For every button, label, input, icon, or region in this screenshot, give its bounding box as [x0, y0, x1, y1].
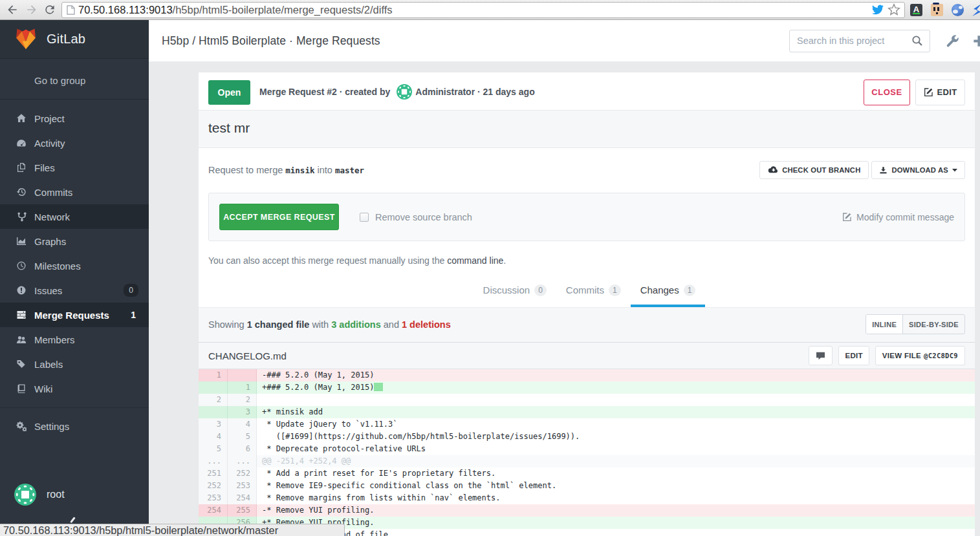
- diff-file-name[interactable]: CHANGELOG.md: [208, 350, 287, 361]
- file-edit-button[interactable]: EDIT: [838, 346, 869, 365]
- sidebar-item-graphs[interactable]: Graphs: [0, 229, 149, 253]
- mr-author[interactable]: Administrator: [415, 87, 475, 97]
- new-line-number[interactable]: 6: [228, 443, 257, 455]
- home-icon: [16, 113, 27, 123]
- sidebar-item-milestones[interactable]: Milestones: [0, 253, 149, 278]
- go-to-group-link[interactable]: Go to group: [0, 69, 149, 93]
- search-input[interactable]: [789, 30, 930, 52]
- old-line-number[interactable]: 251: [199, 467, 228, 480]
- old-line-number[interactable]: 252: [199, 480, 228, 492]
- tab-changes[interactable]: Changes 1: [631, 276, 706, 307]
- sidebar-item-commits[interactable]: Commits: [0, 180, 149, 204]
- sidebar-user[interactable]: root: [14, 484, 65, 506]
- sidebar-item-label: Members: [34, 334, 75, 345]
- address-bar[interactable]: 70.50.168.113:9013/h5bp/html5-boilerplat…: [61, 2, 905, 18]
- new-line-number[interactable]: 1: [228, 381, 257, 394]
- new-line-number[interactable]: [228, 369, 257, 381]
- download-as-button[interactable]: DOWNLOAD AS: [871, 161, 965, 179]
- old-line-number[interactable]: 5: [199, 443, 228, 455]
- old-line-number[interactable]: 4: [199, 431, 228, 443]
- code-fork-icon: [16, 211, 27, 222]
- dashboard-icon: [16, 138, 27, 148]
- sidebar-item-label: Settings: [34, 421, 69, 432]
- user-name: root: [47, 489, 65, 500]
- new-line-number[interactable]: 5: [228, 431, 257, 443]
- diff-line: 1+### 5.2.0 (May 1, 2015): [199, 381, 975, 394]
- sidebar-item-settings[interactable]: Settings: [0, 414, 149, 438]
- manual-accept-note: You can also accept this merge request m…: [199, 241, 975, 267]
- new-line-number[interactable]: 252: [228, 467, 257, 480]
- sidebar-item-project[interactable]: Project: [0, 106, 149, 131]
- sidebar-item-activity[interactable]: Activity: [0, 131, 149, 155]
- sidebar-item-label: Graphs: [34, 236, 66, 247]
- command-line-link[interactable]: command line: [447, 255, 503, 266]
- old-line-number[interactable]: 1: [199, 369, 228, 381]
- new-line-number[interactable]: 4: [228, 418, 257, 431]
- check-out-branch-button[interactable]: CHECK OUT BRANCH: [759, 161, 869, 179]
- diff-hunk-line: ......@@ -251,4 +252,4 @@: [199, 455, 975, 467]
- modify-commit-message-link[interactable]: Modify commit message: [842, 212, 954, 222]
- close-button[interactable]: CLOSE: [864, 80, 910, 105]
- old-line-number[interactable]: 3: [199, 418, 228, 431]
- gitlab-logo-text: GitLab: [47, 32, 85, 47]
- diff-line-text: +* Remove YUI profiling.: [257, 517, 975, 529]
- browser-back-icon[interactable]: [6, 3, 19, 16]
- inline-view-button[interactable]: INLINE: [866, 315, 902, 334]
- source-branch: minsik: [285, 166, 314, 175]
- accept-merge-request-button[interactable]: ACCEPT MERGE REQUEST: [219, 204, 339, 230]
- diff-line-text: -* Remove YUI profiling.: [257, 504, 975, 517]
- new-plus-icon[interactable]: [972, 34, 980, 48]
- gitlab-home-link[interactable]: GitLab: [0, 20, 149, 59]
- new-line-number[interactable]: 254: [228, 492, 257, 504]
- sidebar-item-merge-requests[interactable]: Merge Requests 1: [0, 303, 149, 327]
- sidebar-item-network[interactable]: Network: [0, 204, 149, 229]
- tab-discussion[interactable]: Discussion 0: [474, 276, 556, 307]
- view-file-button[interactable]: VIEW FILE @c2c8dc9: [875, 346, 965, 365]
- summary-changed-file[interactable]: 1 changed file: [247, 319, 310, 330]
- url-text[interactable]: 70.50.168.113:9013/h5bp/html5-boilerplat…: [78, 4, 872, 16]
- toggle-comments-button[interactable]: [809, 346, 833, 365]
- sidebar-item-issues[interactable]: Issues 0: [0, 278, 149, 303]
- diff-line-text: \ No newline at end of file: [257, 529, 975, 536]
- sidebar-item-files[interactable]: Files: [0, 155, 149, 180]
- author-avatar[interactable]: [397, 84, 412, 100]
- extension-partial-icon[interactable]: [972, 4, 980, 16]
- area-chart-icon: [16, 236, 27, 246]
- twitter-icon[interactable]: [872, 4, 884, 16]
- old-line-number[interactable]: 253: [199, 492, 228, 504]
- edit-button[interactable]: EDIT: [915, 80, 965, 105]
- remove-source-branch-label[interactable]: Remove source branch: [375, 212, 472, 222]
- admin-wrench-icon[interactable]: [946, 34, 959, 48]
- sidebar-item-members[interactable]: Members: [0, 327, 149, 352]
- gitlab-logo-icon: [14, 28, 38, 50]
- extension-face-icon[interactable]: [931, 4, 943, 16]
- bookmark-star-icon[interactable]: [887, 3, 900, 16]
- users-icon: [16, 334, 27, 345]
- old-line-number: ...: [199, 455, 228, 467]
- side-by-side-view-button[interactable]: SIDE-BY-SIDE: [902, 315, 964, 334]
- extension-globe-icon[interactable]: [952, 4, 964, 16]
- new-line-number[interactable]: 2: [228, 394, 257, 406]
- trailing-whitespace-marker: [374, 383, 383, 391]
- go-to-group-section: Go to group: [0, 59, 149, 100]
- browser-reload-icon[interactable]: [43, 3, 56, 16]
- sidebar-item-label: Milestones: [34, 261, 81, 272]
- remove-source-branch-checkbox[interactable]: [360, 213, 369, 222]
- old-line-number[interactable]: [199, 381, 228, 394]
- sidebar-item-label: Project: [34, 113, 65, 124]
- search-icon[interactable]: [911, 34, 924, 47]
- tab-commits[interactable]: Commits 1: [556, 276, 631, 307]
- sidebar-item-labels[interactable]: Labels: [0, 352, 149, 376]
- sidebar-item-wiki[interactable]: Wiki: [0, 376, 149, 401]
- tab-label: Commits: [566, 284, 604, 296]
- new-line-number[interactable]: 3: [228, 406, 257, 418]
- old-line-number[interactable]: [199, 406, 228, 418]
- new-line-number[interactable]: 255: [228, 504, 257, 517]
- tab-label: Changes: [640, 284, 679, 296]
- old-line-number[interactable]: 2: [199, 394, 228, 406]
- extension-a-icon[interactable]: A: [910, 4, 922, 16]
- diff-line-text: +### 5.2.0 (May 1, 2015): [257, 381, 975, 394]
- old-line-number[interactable]: 254: [199, 504, 228, 517]
- browser-forward-icon[interactable]: [25, 3, 38, 16]
- new-line-number[interactable]: 253: [228, 480, 257, 492]
